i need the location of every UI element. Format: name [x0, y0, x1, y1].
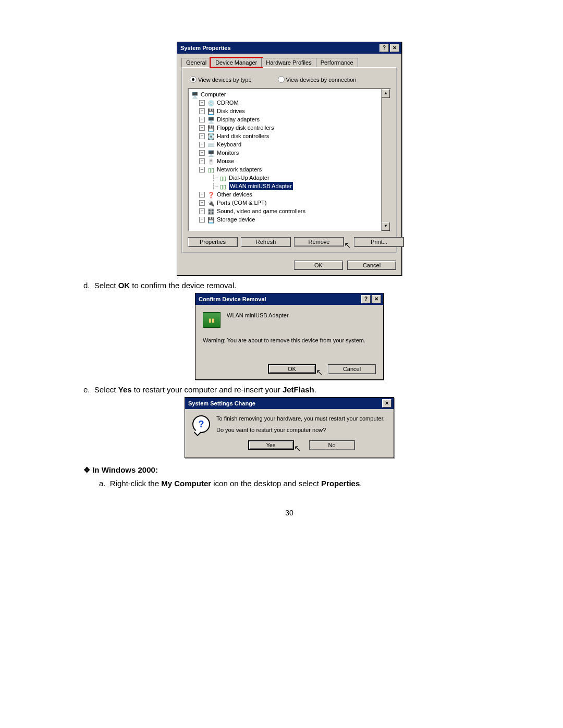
question-icon: ? — [192, 415, 210, 433]
cursor-icon: ↖ — [294, 443, 301, 453]
confirm-title: Confirm Device Removal — [199, 296, 360, 302]
tab-device-manager[interactable]: Device Manager — [211, 58, 262, 67]
help-icon[interactable]: ? — [380, 44, 389, 52]
tab-performance[interactable]: Performance — [316, 58, 358, 67]
confirm-device-name: WLAN miniUSB Adapter — [227, 312, 289, 318]
settings-close-icon[interactable]: ✕ — [382, 399, 391, 408]
tree-node-storage[interactable]: +💾Storage device — [191, 215, 389, 224]
properties-button[interactable]: Properties — [188, 237, 238, 247]
win2000-heading: ❖ In Windows 2000: — [83, 465, 495, 475]
cursor-icon: ↖ — [316, 367, 323, 377]
tab-hardware-profiles[interactable]: Hardware Profiles — [261, 58, 316, 67]
tree-root[interactable]: 🖥️Computer — [191, 90, 389, 98]
radio-view-by-connection[interactable]: View devices by connection — [278, 76, 357, 83]
tree-node-floppy[interactable]: +💾Floppy disk controllers — [191, 124, 389, 132]
tree-node-network[interactable]: −▯▯Network adapters — [191, 165, 389, 174]
print-button[interactable]: Print... — [354, 237, 404, 247]
system-properties-dialog: System Properties ? ✕ General Device Man… — [177, 42, 402, 276]
tree-node-ports[interactable]: +🔌Ports (COM & LPT) — [191, 199, 389, 207]
instruction-d: d. Select OK to confirm the device remov… — [83, 281, 495, 290]
tree-node-hdd[interactable]: +💽Hard disk controllers — [191, 132, 389, 140]
confirm-help-icon[interactable]: ? — [361, 295, 371, 303]
settings-titlebar[interactable]: System Settings Change ✕ — [185, 398, 394, 409]
tree-node-display[interactable]: +🖥️Display adapters — [191, 115, 389, 124]
tree-node-cdrom[interactable]: +💿CDROM — [191, 98, 389, 107]
confirm-titlebar[interactable]: Confirm Device Removal ? ✕ — [195, 293, 383, 305]
tree-node-wlan[interactable]: ┊┈▯▯WLAN miniUSB Adapter — [191, 182, 389, 190]
win2000-step-a: a. Right-click the My Computer icon on t… — [99, 479, 495, 488]
confirm-ok-button[interactable]: OK — [268, 364, 316, 374]
confirm-removal-dialog: Confirm Device Removal ? ✕ ▮▮ WLAN miniU… — [195, 293, 384, 380]
tree-node-keyboard[interactable]: +⌨️Keyboard — [191, 140, 389, 149]
network-adapter-icon: ▮▮ — [203, 312, 221, 328]
confirm-close-icon[interactable]: ✕ — [372, 295, 381, 303]
confirm-warning-text: Warning: You are about to remove this de… — [203, 337, 376, 343]
refresh-button[interactable]: Refresh — [241, 237, 291, 247]
settings-title: System Settings Change — [188, 400, 381, 406]
ok-button[interactable]: OK — [294, 261, 343, 270]
sysprop-title: System Properties — [180, 45, 378, 51]
settings-line2: Do you want to restart your computer now… — [216, 427, 386, 433]
instruction-e: e. Select Yes to restart your computer a… — [83, 385, 495, 394]
no-button[interactable]: No — [309, 440, 355, 450]
radio-type-label: View devices by type — [198, 77, 252, 83]
vertical-scrollbar[interactable]: ▲ ▼ — [381, 89, 390, 231]
tree-node-sound[interactable]: +🎛️Sound, video and game controllers — [191, 207, 389, 215]
tree-node-dialup[interactable]: ┊┈▯▯Dial-Up Adapter — [191, 174, 389, 182]
tree-node-other[interactable]: +❓Other devices — [191, 190, 389, 199]
close-icon[interactable]: ✕ — [390, 44, 399, 52]
remove-button[interactable]: Remove — [294, 237, 344, 246]
scroll-up-icon[interactable]: ▲ — [382, 89, 390, 98]
settings-line1: To finish removing your hardware, you mu… — [216, 415, 386, 422]
device-tree[interactable]: 🖥️Computer +💿CDROM +💾Disk drives +🖥️Disp… — [188, 88, 391, 232]
tab-panel: View devices by type View devices by con… — [181, 67, 397, 253]
radio-conn-label: View devices by connection — [286, 77, 357, 83]
sysprop-titlebar[interactable]: System Properties ? ✕ — [177, 42, 401, 54]
confirm-cancel-button[interactable]: Cancel — [328, 364, 376, 374]
cancel-button[interactable]: Cancel — [347, 261, 396, 270]
tree-node-monitors[interactable]: +🖥️Monitors — [191, 149, 389, 157]
tree-node-disk[interactable]: +💾Disk drives — [191, 107, 389, 115]
yes-button[interactable]: Yes — [248, 440, 294, 450]
tree-node-mouse[interactable]: +🖱️Mouse — [191, 157, 389, 165]
tab-general[interactable]: General — [181, 58, 211, 67]
settings-change-dialog: System Settings Change ✕ ? To finish rem… — [185, 397, 394, 458]
scroll-down-icon[interactable]: ▼ — [382, 222, 390, 231]
cursor-icon: ↖ — [344, 240, 351, 250]
radio-view-by-type[interactable]: View devices by type — [190, 76, 252, 83]
page-number: 30 — [83, 509, 495, 517]
tab-strip: General Device Manager Hardware Profiles… — [181, 58, 397, 67]
